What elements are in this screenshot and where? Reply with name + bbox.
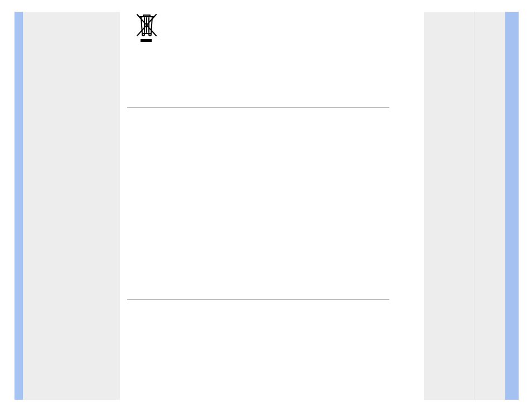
right-blue-margin: [505, 12, 519, 400]
main-content-area: [120, 12, 424, 400]
horizontal-rule-2: [127, 299, 389, 300]
horizontal-rule-1: [127, 107, 389, 108]
svg-point-1: [149, 33, 151, 36]
left-blue-margin: [14, 12, 23, 400]
right-gray-column-1: [424, 12, 474, 400]
right-column-divider: [474, 12, 475, 400]
svg-point-0: [142, 33, 144, 36]
weee-crossed-out-bin-icon: [136, 13, 158, 46]
svg-rect-2: [141, 39, 152, 42]
left-gray-column: [23, 12, 120, 400]
document-page: [0, 0, 532, 412]
right-gray-column-2: [475, 12, 505, 400]
